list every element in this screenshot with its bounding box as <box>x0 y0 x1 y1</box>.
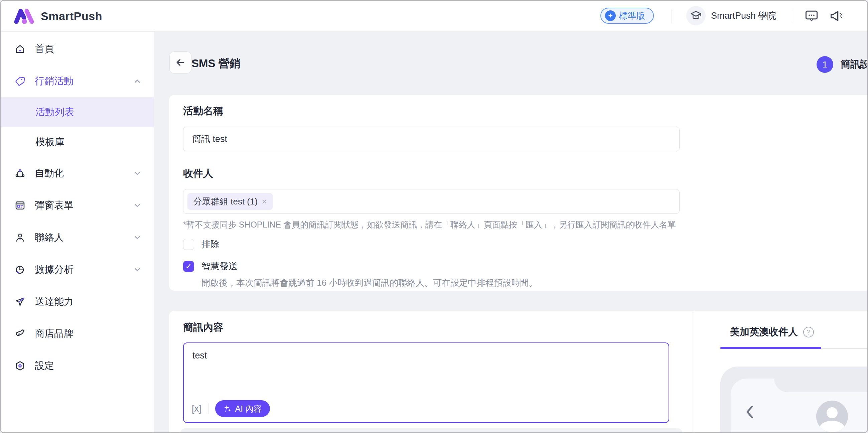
graduation-cap-icon <box>686 6 706 25</box>
sidebar-item-deliverability[interactable]: 送達能力 <box>1 286 154 318</box>
ai-content-label: AI 內容 <box>235 403 262 414</box>
campaign-name-input[interactable] <box>183 127 680 151</box>
main-content: SMS 營銷 1 簡訊設定 活動名稱 收件人 分眾群組 test (1) × *… <box>154 32 867 432</box>
recipients-note: *暫不支援同步 SHOPLINE 會員的簡訊訂閱狀態，如欲發送簡訊，請在「聯絡人… <box>183 219 867 230</box>
preview-tab[interactable]: 美加英澳收件人 ? <box>730 326 814 339</box>
popup-form-icon <box>15 200 25 211</box>
arrow-left-icon <box>175 57 186 68</box>
chevron-down-icon <box>133 233 142 242</box>
phone-preview <box>720 367 867 432</box>
sms-content-textarea[interactable]: test <box>184 343 669 393</box>
pie-chart-icon <box>15 264 25 275</box>
sms-content-card: 簡訊內容 test [x] AI 內容 <box>169 311 867 432</box>
recipients-input[interactable]: 分眾群組 test (1) × <box>183 189 680 214</box>
next-section-peek <box>180 428 682 432</box>
step-number-badge: 1 <box>816 56 833 73</box>
sidebar-item-campaigns[interactable]: 行銷活動 <box>1 65 154 97</box>
brush-icon <box>15 329 25 339</box>
sparkle-icon <box>223 404 232 413</box>
preview-tab-label: 美加英澳收件人 <box>730 326 798 339</box>
phone-back-chevron-icon <box>744 405 755 419</box>
sidebar-item-label: 活動列表 <box>35 105 74 119</box>
brand-logo[interactable]: SmartPush <box>14 8 102 24</box>
page-title: SMS 營銷 <box>191 56 241 71</box>
phone-screen <box>731 378 867 432</box>
paper-plane-icon <box>15 296 25 307</box>
exclude-label: 排除 <box>202 238 219 250</box>
smart-send-checkbox[interactable]: ✓ <box>183 261 194 272</box>
sidebar-item-label: 聯絡人 <box>35 231 133 244</box>
help-icon[interactable]: ? <box>803 327 814 337</box>
feedback-chat-icon[interactable] <box>805 9 818 23</box>
smart-send-label: 智慧發送 <box>202 260 238 272</box>
chevron-down-icon <box>133 265 142 274</box>
sms-editor-toolbar: [x] AI 內容 <box>192 400 270 417</box>
smart-send-description: 開啟後，本次簡訊將會跳過前 16 小時收到過簡訊的聯絡人。可在設定中排程預設時間… <box>183 277 867 289</box>
tag-icon <box>15 76 25 87</box>
star-gem-icon: ✦ <box>605 10 616 21</box>
step-indicator: 1 簡訊設定 <box>816 56 867 73</box>
ai-content-button[interactable]: AI 內容 <box>215 400 270 417</box>
sidebar-item-label: 首頁 <box>35 42 142 56</box>
sidebar-item-label: 送達能力 <box>35 295 142 308</box>
announcement-speaker-icon[interactable] <box>829 9 844 23</box>
avatar-head <box>827 407 838 418</box>
smartpush-logo-icon <box>14 8 35 24</box>
chevron-down-icon <box>133 169 142 178</box>
sidebar: 首頁 行銷活動 活動列表 模板庫 <box>1 32 154 432</box>
check-icon: ✓ <box>185 261 192 271</box>
toolbar-divider <box>208 403 209 414</box>
recipient-tag-label: 分眾群組 test (1) <box>193 196 257 208</box>
campaign-name-label: 活動名稱 <box>183 104 867 118</box>
sidebar-item-contacts[interactable]: 聯絡人 <box>1 221 154 254</box>
sidebar-item-settings[interactable]: 設定 <box>1 350 154 382</box>
remove-tag-icon[interactable]: × <box>261 197 267 206</box>
chevron-up-icon <box>133 77 142 86</box>
contact-avatar <box>816 401 848 432</box>
academy-label: SmartPush 學院 <box>711 10 776 22</box>
insert-variable-button[interactable]: [x] <box>192 404 202 414</box>
phone-notch <box>774 378 867 392</box>
sidebar-item-label: 模板庫 <box>35 136 64 149</box>
topbar-divider <box>672 9 672 23</box>
exclude-row: 排除 <box>183 238 867 250</box>
sidebar-item-store-branding[interactable]: 商店品牌 <box>1 318 154 350</box>
topbar-divider <box>792 9 792 23</box>
sidebar-item-label: 商店品牌 <box>35 327 142 340</box>
sidebar-item-label: 數據分析 <box>35 263 133 276</box>
home-icon <box>15 44 25 55</box>
plan-badge[interactable]: ✦ 標準版 <box>600 8 654 24</box>
plan-badge-label: 標準版 <box>619 10 645 22</box>
back-button[interactable] <box>169 52 191 73</box>
sidebar-item-home[interactable]: 首頁 <box>1 33 154 65</box>
chevron-down-icon <box>133 201 142 210</box>
active-tab-underline <box>720 347 821 349</box>
exclude-checkbox[interactable] <box>183 239 194 250</box>
sms-editor: test [x] AI 內容 <box>183 342 669 423</box>
sidebar-item-template-library[interactable]: 模板庫 <box>1 127 154 157</box>
brand-name: SmartPush <box>41 10 102 23</box>
campaign-settings-card: 活動名稱 收件人 分眾群組 test (1) × *暫不支援同步 SHOPLIN… <box>169 95 867 291</box>
sidebar-item-label: 彈窗表單 <box>35 199 133 212</box>
sidebar-item-popup-forms[interactable]: 彈窗表單 <box>1 189 154 221</box>
academy-link[interactable]: SmartPush 學院 <box>686 6 776 25</box>
app-window: SmartPush ✦ 標準版 SmartPush 學院 <box>0 0 868 433</box>
automation-icon <box>15 168 25 179</box>
recipient-tag-chip[interactable]: 分眾群組 test (1) × <box>187 193 273 210</box>
sidebar-item-campaign-list[interactable]: 活動列表 <box>1 97 154 127</box>
avatar-shoulders <box>819 421 845 432</box>
sidebar-item-label: 自動化 <box>35 167 133 180</box>
recipients-label: 收件人 <box>183 167 867 180</box>
sidebar-item-label: 行銷活動 <box>35 74 133 88</box>
preview-panel: 美加英澳收件人 ? <box>692 311 867 432</box>
person-icon <box>15 232 25 243</box>
top-bar: SmartPush ✦ 標準版 SmartPush 學院 <box>1 1 867 32</box>
step-label: 簡訊設定 <box>841 58 867 71</box>
sidebar-item-analytics[interactable]: 數據分析 <box>1 254 154 286</box>
sidebar-item-automation[interactable]: 自動化 <box>1 157 154 189</box>
sidebar-item-label: 設定 <box>35 359 142 373</box>
smart-send-row: ✓ 智慧發送 <box>183 260 867 272</box>
gear-icon <box>15 361 25 371</box>
